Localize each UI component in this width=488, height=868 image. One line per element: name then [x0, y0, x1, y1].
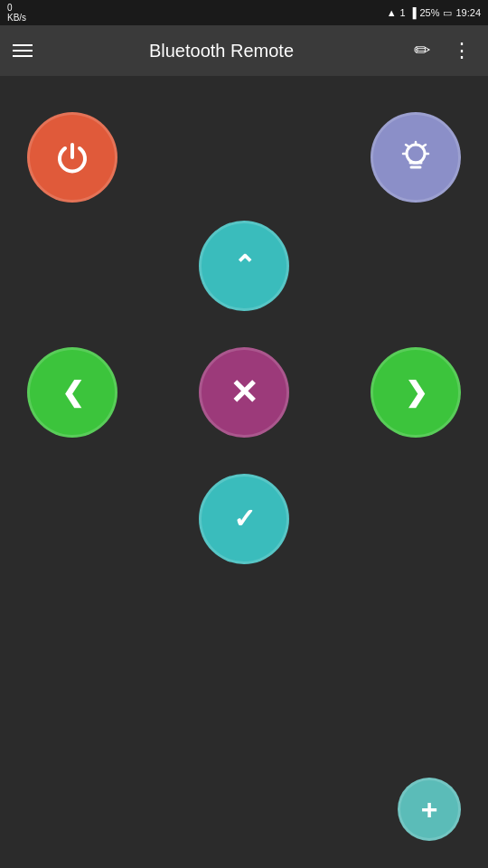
- down-check-icon: ✓: [233, 505, 256, 533]
- bluetooth-icon: ▲: [387, 7, 397, 18]
- status-icons: ▲ 1 ▐ 25% ▭ 19:24: [387, 7, 481, 19]
- sim-icon: 1: [400, 7, 406, 18]
- data-unit: KB/s: [7, 13, 26, 23]
- page-title: Bluetooth Remote: [47, 41, 396, 61]
- remote-control-area: ⌃ ❮ ✕ ❯ ✓ +: [0, 76, 488, 868]
- plus-icon: +: [421, 795, 438, 824]
- add-button[interactable]: +: [398, 778, 461, 841]
- status-bar: 0 KB/s ▲ 1 ▐ 25% ▭ 19:24: [0, 0, 488, 25]
- left-arrow-icon: ❮: [61, 379, 84, 406]
- data-indicator: 0 KB/s: [7, 3, 26, 23]
- svg-point-0: [407, 145, 425, 163]
- cancel-button[interactable]: ✕: [199, 347, 289, 438]
- up-arrow-icon: ⌃: [233, 252, 256, 279]
- power-button[interactable]: [27, 112, 117, 203]
- time-display: 19:24: [455, 7, 481, 18]
- up-button[interactable]: ⌃: [199, 221, 289, 311]
- signal-icon: ▐: [409, 7, 417, 18]
- cancel-icon: ✕: [230, 375, 258, 410]
- battery-text: 25%: [419, 7, 439, 18]
- lightbulb-icon: [396, 137, 436, 177]
- battery-icon: ▭: [443, 7, 452, 19]
- light-button[interactable]: [371, 112, 461, 203]
- right-button[interactable]: ❯: [371, 347, 461, 438]
- menu-button[interactable]: [13, 44, 33, 57]
- power-icon: [52, 137, 92, 177]
- left-button[interactable]: ❮: [27, 347, 117, 438]
- right-arrow-icon: ❯: [405, 379, 427, 406]
- toolbar: Bluetooth Remote ✏ ⋮: [0, 25, 488, 76]
- more-options-button[interactable]: ⋮: [448, 35, 475, 66]
- down-button[interactable]: ✓: [199, 474, 289, 564]
- data-speed: 0: [7, 3, 13, 13]
- edit-button[interactable]: ✏: [410, 35, 434, 66]
